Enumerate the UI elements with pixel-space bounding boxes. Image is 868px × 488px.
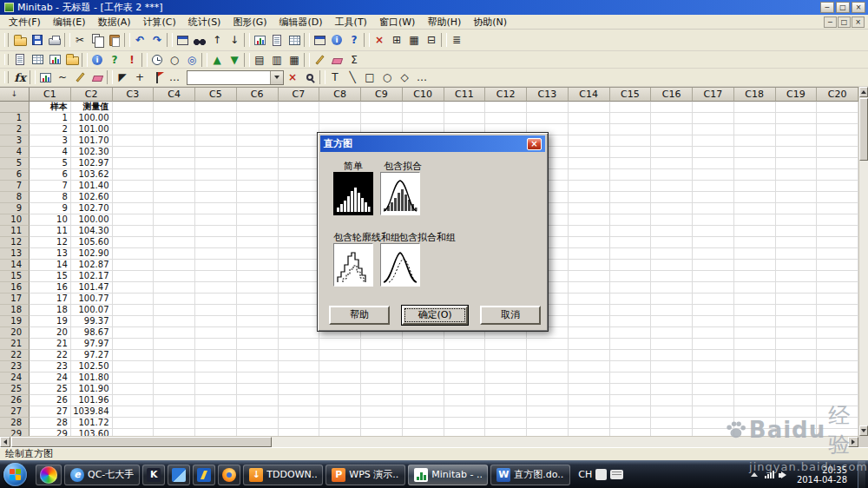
data-cell[interactable] — [610, 373, 652, 384]
data-cell[interactable] — [195, 361, 237, 373]
data-cell[interactable] — [154, 418, 195, 429]
cut-icon[interactable]: ✂ — [71, 32, 89, 48]
data-cell[interactable] — [113, 237, 155, 248]
data-cell[interactable]: 100.07 — [71, 305, 113, 316]
data-cell[interactable] — [195, 429, 237, 436]
data-cell[interactable] — [610, 260, 652, 271]
data-cell[interactable] — [279, 271, 320, 282]
data-cell[interactable] — [485, 373, 527, 384]
data-cell[interactable]: 20 — [30, 327, 71, 339]
menu-item-6[interactable]: 图形(G) — [227, 15, 273, 30]
data-cell[interactable] — [817, 271, 858, 282]
gallery-tile-simple[interactable] — [333, 172, 373, 215]
data-cell[interactable] — [693, 226, 734, 237]
data-cell[interactable] — [651, 316, 693, 327]
data-cell[interactable] — [361, 113, 403, 124]
data-cell[interactable] — [279, 316, 320, 327]
data-cell[interactable] — [237, 350, 279, 361]
data-cell[interactable] — [610, 181, 652, 192]
data-cell[interactable]: 102.30 — [71, 147, 113, 158]
data-cell[interactable] — [527, 429, 569, 436]
data-cell[interactable] — [319, 361, 361, 373]
data-cell[interactable] — [195, 327, 237, 339]
row-number[interactable]: 6 — [0, 169, 30, 181]
data-cell[interactable] — [195, 226, 237, 237]
column-header-C15[interactable]: C15 — [610, 88, 652, 102]
data-cell[interactable] — [817, 248, 858, 260]
data-cell[interactable] — [444, 429, 486, 436]
data-cell[interactable]: 2 — [30, 124, 71, 135]
data-cell[interactable] — [485, 384, 527, 395]
data-cell[interactable] — [817, 124, 858, 135]
data-cell[interactable] — [776, 361, 818, 373]
data-cell[interactable] — [610, 226, 652, 237]
statguide-icon[interactable] — [328, 32, 345, 48]
column-header-C12[interactable]: C12 — [485, 88, 527, 102]
data-cell[interactable] — [569, 316, 610, 327]
data-cell[interactable] — [444, 339, 486, 350]
add-graph-item-icon[interactable] — [36, 69, 54, 85]
data-cell[interactable] — [279, 361, 320, 373]
variable-name-cell[interactable] — [610, 102, 652, 113]
data-cell[interactable] — [734, 147, 776, 158]
show-graphs-folder-icon[interactable] — [46, 52, 63, 68]
column-header-C20[interactable]: C20 — [817, 88, 858, 102]
open-project-icon[interactable] — [11, 32, 29, 48]
data-cell[interactable] — [817, 327, 858, 339]
data-cell[interactable] — [651, 214, 693, 226]
data-cell[interactable] — [569, 113, 610, 124]
variable-name-cell[interactable] — [444, 102, 486, 113]
data-cell[interactable] — [651, 373, 693, 384]
data-cell[interactable] — [776, 316, 818, 327]
data-cell[interactable] — [734, 181, 776, 192]
view-grid-icon[interactable]: ▦ — [286, 52, 303, 68]
data-cell[interactable]: 105.60 — [71, 237, 113, 248]
taskbar-btn-firefox[interactable] — [218, 465, 240, 485]
data-cell[interactable] — [237, 169, 279, 181]
data-cell[interactable] — [527, 361, 569, 373]
data-cell[interactable] — [776, 350, 818, 361]
menu-item-10[interactable]: 帮助(H) — [421, 15, 467, 30]
data-cell[interactable] — [319, 113, 361, 124]
data-cell[interactable] — [279, 373, 320, 384]
move-down-icon[interactable]: ▼ — [226, 52, 243, 68]
data-cell[interactable] — [154, 282, 195, 293]
data-cell[interactable] — [776, 113, 818, 124]
data-cell[interactable] — [817, 350, 858, 361]
data-cell[interactable] — [776, 271, 818, 282]
data-cell[interactable] — [237, 192, 279, 203]
data-cell[interactable] — [195, 316, 237, 327]
assign-formula-icon[interactable]: fx — [11, 69, 29, 85]
taskbar-pinned-browser[interactable] — [36, 465, 62, 485]
data-cell[interactable] — [569, 203, 610, 214]
data-cell[interactable] — [569, 406, 610, 418]
data-cell[interactable] — [444, 384, 486, 395]
select-tool-icon[interactable]: ◤ — [114, 69, 131, 85]
rectangle-tool-icon[interactable]: □ — [361, 69, 378, 85]
data-cell[interactable] — [610, 350, 652, 361]
data-cell[interactable] — [113, 135, 155, 147]
taskbar-btn-download[interactable]: ↓TDDOWN... — [243, 465, 323, 485]
data-cell[interactable] — [817, 260, 858, 271]
data-cell[interactable] — [817, 203, 858, 214]
data-cell[interactable]: 101.72 — [71, 418, 113, 429]
data-cell[interactable] — [237, 339, 279, 350]
data-cell[interactable] — [113, 406, 155, 418]
data-cell[interactable] — [154, 158, 195, 169]
data-cell[interactable] — [610, 418, 652, 429]
data-cell[interactable]: 103.60 — [71, 429, 113, 436]
data-cell[interactable] — [113, 248, 155, 260]
row-number[interactable]: 22 — [0, 350, 30, 361]
data-cell[interactable] — [237, 226, 279, 237]
variable-name-cell[interactable] — [403, 102, 444, 113]
data-cell[interactable] — [651, 271, 693, 282]
data-cell[interactable] — [403, 406, 444, 418]
copy-icon[interactable] — [89, 32, 106, 48]
gallery-tile-fit-groups[interactable] — [380, 243, 420, 287]
data-cell[interactable] — [693, 305, 734, 316]
data-cell[interactable] — [693, 260, 734, 271]
data-cell[interactable]: 100.00 — [71, 214, 113, 226]
data-cell[interactable] — [154, 384, 195, 395]
show-session-folder-icon[interactable] — [11, 52, 29, 68]
column-header-C9[interactable]: C9 — [361, 88, 403, 102]
